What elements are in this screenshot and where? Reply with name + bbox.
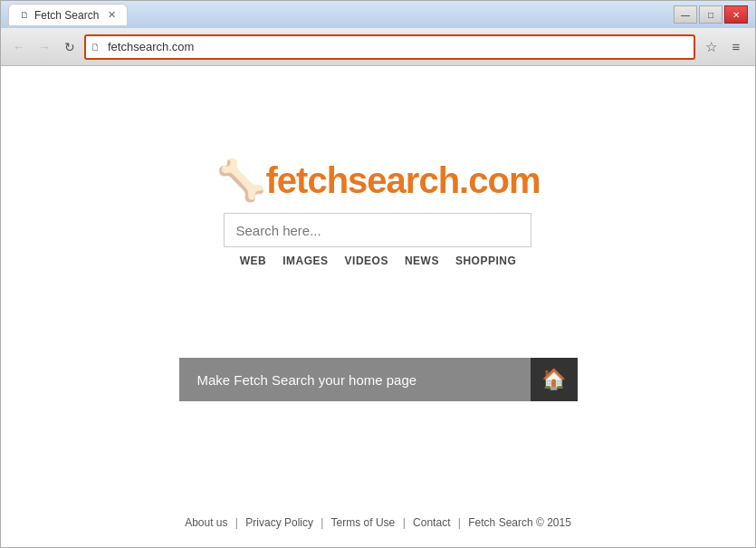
footer-sep-4: | bbox=[458, 516, 461, 529]
category-shopping[interactable]: SHOPPING bbox=[455, 255, 516, 267]
page-icon: 🗋 bbox=[91, 42, 100, 53]
category-news[interactable]: NEWS bbox=[405, 255, 439, 267]
menu-icon: ≡ bbox=[732, 39, 741, 54]
window-controls: — □ ✕ bbox=[674, 5, 748, 24]
back-btn[interactable]: ← bbox=[8, 36, 30, 58]
banner-label: Make Fetch Search your home page bbox=[197, 372, 417, 388]
logo-area: 🦴 fetchsearch.com bbox=[216, 157, 541, 204]
logo-text: fetchsearch.com bbox=[266, 160, 541, 201]
category-videos[interactable]: VIDEOS bbox=[345, 255, 388, 267]
forward-icon: → bbox=[38, 40, 51, 54]
maximize-btn[interactable]: □ bbox=[699, 5, 723, 24]
footer-sep-1: | bbox=[235, 516, 238, 529]
house-icon: 🏠 bbox=[541, 368, 566, 391]
footer-privacy[interactable]: Privacy Policy bbox=[245, 516, 313, 529]
footer-about[interactable]: About us bbox=[185, 516, 227, 529]
category-images[interactable]: IMAGES bbox=[282, 255, 328, 267]
footer-terms[interactable]: Terms of Use bbox=[331, 516, 396, 529]
banner-text-area: Make Fetch Search your home page bbox=[179, 358, 531, 401]
search-categories: WEB IMAGES VIDEOS NEWS SHOPPING bbox=[240, 255, 517, 267]
tab-title: Fetch Search bbox=[34, 9, 99, 22]
refresh-icon: ↻ bbox=[64, 40, 75, 54]
bookmark-btn[interactable]: ☆ bbox=[699, 35, 723, 59]
menu-btn[interactable]: ≡ bbox=[724, 35, 748, 59]
page-content: 🦴 fetchsearch.com WEB IMAGES VIDEOS NEWS… bbox=[1, 66, 755, 547]
nav-right-buttons: ☆ ≡ bbox=[699, 35, 748, 59]
tab-close-btn[interactable]: ✕ bbox=[108, 9, 116, 21]
browser-window: 🗋 Fetch Search ✕ — □ ✕ ← → ↻ 🗋 ☆ bbox=[0, 0, 756, 548]
search-section: 🦴 fetchsearch.com WEB IMAGES VIDEOS NEWS… bbox=[216, 157, 541, 267]
homepage-banner: Make Fetch Search your home page 🏠 bbox=[179, 358, 578, 401]
refresh-btn[interactable]: ↻ bbox=[59, 36, 81, 58]
set-homepage-btn[interactable]: 🏠 bbox=[531, 358, 578, 401]
forward-btn[interactable]: → bbox=[33, 36, 55, 58]
search-input[interactable] bbox=[224, 213, 531, 247]
minimize-btn[interactable]: — bbox=[674, 5, 697, 24]
title-bar: 🗋 Fetch Search ✕ — □ ✕ bbox=[1, 1, 755, 28]
logo-icon: 🦴 bbox=[216, 157, 266, 204]
footer-sep-2: | bbox=[321, 516, 323, 529]
address-bar-wrapper: 🗋 bbox=[84, 34, 695, 60]
nav-bar: ← → ↻ 🗋 ☆ ≡ bbox=[1, 28, 755, 66]
close-btn[interactable]: ✕ bbox=[724, 5, 748, 24]
category-web[interactable]: WEB bbox=[240, 255, 267, 267]
footer-contact[interactable]: Contact bbox=[413, 516, 450, 529]
tab-area: 🗋 Fetch Search ✕ bbox=[8, 4, 674, 25]
footer-copyright: Fetch Search © 2015 bbox=[468, 516, 571, 529]
footer: About us | Privacy Policy | Terms of Use… bbox=[1, 516, 755, 529]
tab-page-icon: 🗋 bbox=[20, 10, 29, 20]
address-bar[interactable] bbox=[84, 34, 695, 60]
back-icon: ← bbox=[13, 40, 25, 54]
bookmark-icon: ☆ bbox=[705, 39, 717, 55]
search-row bbox=[224, 213, 531, 247]
footer-sep-3: | bbox=[403, 516, 406, 529]
browser-tab[interactable]: 🗋 Fetch Search ✕ bbox=[8, 4, 128, 25]
